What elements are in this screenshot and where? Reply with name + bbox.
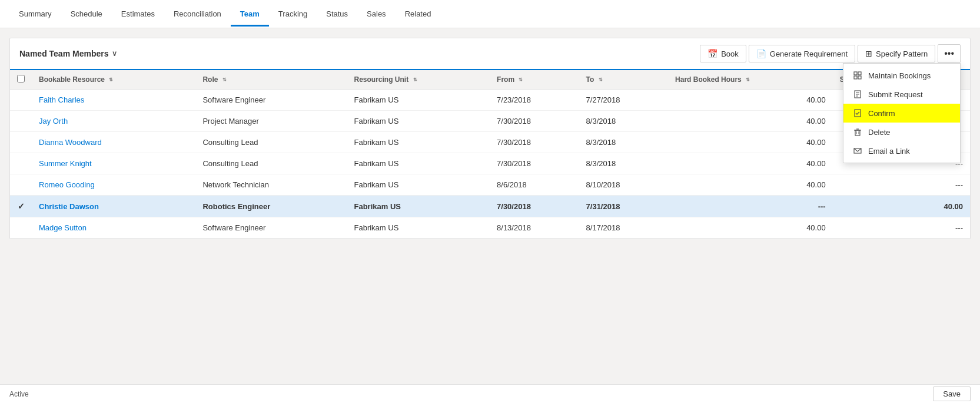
row-resource[interactable]: Faith Charles bbox=[32, 90, 195, 111]
table-container: Bookable Resource ⇅ Role ⇅ Resourcing Un… bbox=[10, 70, 970, 239]
col-unit-label: Resourcing Unit bbox=[354, 75, 409, 84]
nav-reconciliation[interactable]: Reconciliation bbox=[164, 1, 231, 27]
team-members-panel: Named Team Members ∨ 📅 Book 📄 Generate R… bbox=[9, 38, 971, 239]
row-role: Software Engineer bbox=[195, 90, 347, 111]
select-all-checkbox[interactable] bbox=[17, 75, 25, 82]
row-soft-hours: 40.00 bbox=[833, 196, 970, 217]
sort-hard-hours-icon[interactable]: ⇅ bbox=[746, 77, 750, 82]
row-resource[interactable]: Dianna Woodward bbox=[32, 132, 195, 153]
save-button[interactable]: Save bbox=[933, 387, 971, 401]
chevron-down-icon[interactable]: ∨ bbox=[112, 49, 117, 58]
row-resource[interactable]: Madge Sutton bbox=[32, 217, 195, 239]
resource-link[interactable]: Jay Orth bbox=[39, 117, 68, 125]
check-doc-icon bbox=[853, 108, 862, 118]
row-from: 7/30/2018 bbox=[490, 153, 579, 174]
calendar-icon: 📅 bbox=[707, 49, 717, 58]
specify-pattern-button[interactable]: ⊞ Specify Pattern bbox=[858, 45, 935, 62]
svg-rect-9 bbox=[855, 130, 860, 136]
svg-rect-3 bbox=[858, 76, 861, 79]
resource-link[interactable]: Faith Charles bbox=[39, 95, 84, 104]
row-unit: Fabrikam US bbox=[347, 174, 490, 196]
generate-requirement-button[interactable]: 📄 Generate Requirement bbox=[749, 45, 855, 62]
book-button[interactable]: 📅 Book bbox=[700, 45, 746, 62]
context-delete[interactable]: Delete bbox=[843, 123, 960, 141]
sort-to-icon[interactable]: ⇅ bbox=[599, 77, 603, 82]
panel-actions: 📅 Book 📄 Generate Requirement ⊞ Specify … bbox=[700, 44, 961, 63]
row-unit: Fabrikam US bbox=[347, 196, 490, 217]
row-resource[interactable]: Jay Orth bbox=[32, 111, 195, 132]
submit-request-label: Submit Request bbox=[868, 90, 923, 99]
context-maintain-bookings[interactable]: Maintain Bookings bbox=[843, 66, 960, 85]
sort-from-icon[interactable]: ⇅ bbox=[519, 77, 523, 82]
col-to-label: To bbox=[586, 75, 594, 84]
specify-pattern-label: Specify Pattern bbox=[876, 49, 928, 58]
table-row[interactable]: Faith CharlesSoftware EngineerFabrikam U… bbox=[10, 90, 970, 111]
nav-schedule[interactable]: Schedule bbox=[61, 1, 112, 27]
table-row[interactable]: Romeo GoodingNetwork TechnicianFabrikam … bbox=[10, 174, 970, 196]
row-to: 7/27/2018 bbox=[579, 90, 669, 111]
resource-link[interactable]: Christie Dawson bbox=[39, 202, 99, 211]
maintain-bookings-label: Maintain Bookings bbox=[868, 71, 931, 80]
col-header-resource: Bookable Resource ⇅ bbox=[32, 70, 195, 90]
row-resource[interactable]: Romeo Gooding bbox=[32, 174, 195, 196]
svg-rect-1 bbox=[858, 72, 861, 75]
row-from: 7/30/2018 bbox=[490, 111, 579, 132]
table-row[interactable]: Summer KnightConsulting LeadFabrikam US7… bbox=[10, 153, 970, 174]
table-header: Bookable Resource ⇅ Role ⇅ Resourcing Un… bbox=[10, 70, 970, 90]
col-resource-label: Bookable Resource bbox=[39, 75, 105, 84]
row-to: 7/31/2018 bbox=[579, 196, 669, 217]
nav-related[interactable]: Related bbox=[396, 1, 441, 27]
nav-team[interactable]: Team bbox=[231, 1, 269, 27]
status-bar: Active Save bbox=[0, 384, 980, 403]
col-header-to: To ⇅ bbox=[579, 70, 669, 90]
row-hard-hours: 40.00 bbox=[668, 111, 833, 132]
book-label: Book bbox=[721, 49, 739, 58]
row-unit: Fabrikam US bbox=[347, 217, 490, 239]
row-check-cell: ✓ bbox=[10, 196, 32, 217]
row-from: 8/13/2018 bbox=[490, 217, 579, 239]
grid-icon bbox=[853, 71, 862, 80]
table-row[interactable]: Dianna WoodwardConsulting LeadFabrikam U… bbox=[10, 132, 970, 153]
context-submit-request[interactable]: Submit Request bbox=[843, 85, 960, 104]
row-unit: Fabrikam US bbox=[347, 90, 490, 111]
context-menu: Maintain Bookings Su bbox=[843, 63, 961, 163]
row-to: 8/3/2018 bbox=[579, 111, 669, 132]
resource-link[interactable]: Madge Sutton bbox=[39, 223, 87, 232]
nav-sales[interactable]: Sales bbox=[357, 1, 396, 27]
context-email-link[interactable]: Email a Link bbox=[843, 141, 960, 160]
row-to: 8/17/2018 bbox=[579, 217, 669, 239]
email-link-label: Email a Link bbox=[868, 147, 910, 156]
main-content: Named Team Members ∨ 📅 Book 📄 Generate R… bbox=[0, 28, 980, 384]
nav-estimates[interactable]: Estimates bbox=[112, 1, 164, 27]
col-header-hard-hours: Hard Booked Hours ⇅ bbox=[668, 70, 833, 90]
table-row[interactable]: ✓Christie DawsonRobotics EngineerFabrika… bbox=[10, 196, 970, 217]
team-table: Bookable Resource ⇅ Role ⇅ Resourcing Un… bbox=[10, 70, 970, 239]
svg-rect-8 bbox=[855, 110, 861, 117]
row-role: Project Manager bbox=[195, 111, 347, 132]
sort-resource-icon[interactable]: ⇅ bbox=[109, 77, 113, 82]
resource-link[interactable]: Dianna Woodward bbox=[39, 138, 102, 147]
row-hard-hours: 40.00 bbox=[668, 132, 833, 153]
nav-summary[interactable]: Summary bbox=[9, 1, 61, 27]
row-resource[interactable]: Summer Knight bbox=[32, 153, 195, 174]
col-header-from: From ⇅ bbox=[490, 70, 579, 90]
table-row[interactable]: Madge SuttonSoftware EngineerFabrikam US… bbox=[10, 217, 970, 239]
more-button[interactable]: ••• bbox=[938, 44, 961, 63]
col-from-label: From bbox=[497, 75, 514, 84]
table-row[interactable]: Jay OrthProject ManagerFabrikam US7/30/2… bbox=[10, 111, 970, 132]
nav-tracking[interactable]: Tracking bbox=[269, 1, 317, 27]
context-confirm[interactable]: Confirm bbox=[843, 104, 960, 123]
sort-role-icon[interactable]: ⇅ bbox=[222, 77, 227, 82]
sort-unit-icon[interactable]: ⇅ bbox=[413, 77, 417, 82]
doc-icon bbox=[853, 90, 862, 99]
trash-icon bbox=[853, 127, 862, 137]
row-resource[interactable]: Christie Dawson bbox=[32, 196, 195, 217]
row-hard-hours: 40.00 bbox=[668, 174, 833, 196]
resource-link[interactable]: Romeo Gooding bbox=[39, 180, 95, 189]
row-unit: Fabrikam US bbox=[347, 111, 490, 132]
row-from: 7/30/2018 bbox=[490, 132, 579, 153]
nav-status[interactable]: Status bbox=[317, 1, 357, 27]
resource-link[interactable]: Summer Knight bbox=[39, 159, 92, 168]
row-soft-hours: --- bbox=[833, 217, 970, 239]
checkmark-icon: ✓ bbox=[18, 202, 25, 211]
